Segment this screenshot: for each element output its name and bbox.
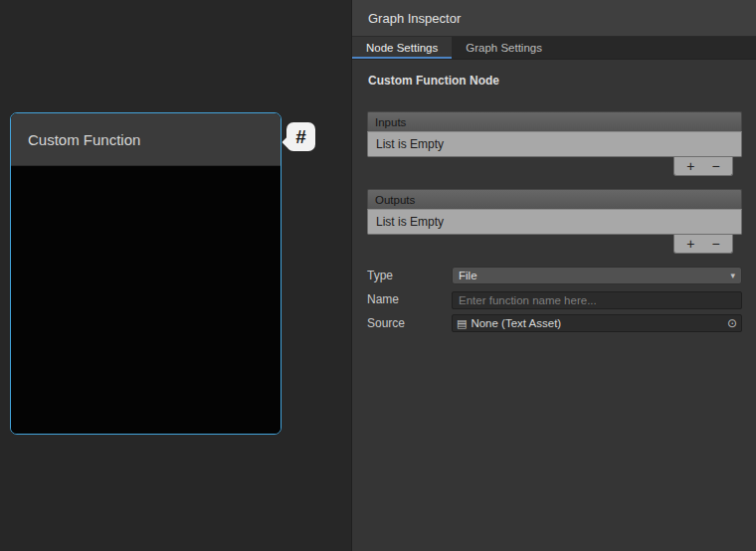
hash-badge-icon[interactable]: #: [286, 122, 315, 151]
graph-inspector-panel: Graph Inspector Node Settings Graph Sett…: [351, 0, 756, 551]
outputs-list-header-label: Outputs: [375, 194, 415, 206]
outputs-add-button[interactable]: +: [681, 237, 699, 251]
inputs-list: Inputs List is Empty + −: [367, 111, 742, 176]
node-preview-body: [11, 166, 281, 434]
inspector-tab-bar: Node Settings Graph Settings: [352, 37, 756, 60]
inputs-list-header: Inputs: [367, 111, 742, 131]
inputs-add-button[interactable]: +: [681, 159, 699, 173]
outputs-list-empty-label: List is Empty: [376, 215, 444, 229]
inspector-title: Graph Inspector: [368, 11, 461, 26]
section-title: Custom Function Node: [368, 74, 742, 88]
outputs-remove-button[interactable]: −: [707, 237, 725, 251]
inspector-header[interactable]: Graph Inspector: [352, 0, 756, 37]
outputs-list-footer: + −: [367, 235, 742, 254]
type-label: Type: [367, 269, 452, 282]
node-header[interactable]: Custom Function: [11, 113, 281, 166]
graph-canvas[interactable]: Custom Function #: [0, 0, 351, 551]
source-row: Source ▤ None (Text Asset) ⊙: [367, 314, 742, 332]
inputs-list-footer: + −: [367, 157, 742, 176]
type-dropdown-value: File: [459, 270, 477, 281]
type-dropdown[interactable]: File ▾: [452, 267, 742, 284]
chevron-down-icon: ▾: [730, 271, 735, 280]
source-object-value: None (Text Asset): [471, 317, 723, 329]
tab-node-settings[interactable]: Node Settings: [352, 37, 452, 59]
node-settings-form: Type File ▾ Name Source ▤ None (Text Ass…: [367, 267, 742, 332]
inputs-list-header-label: Inputs: [375, 116, 406, 128]
name-label: Name: [367, 292, 452, 306]
custom-function-node[interactable]: Custom Function: [10, 112, 282, 435]
object-picker-icon[interactable]: ⊙: [723, 315, 741, 331]
inputs-list-empty-row: List is Empty: [367, 131, 742, 157]
type-row: Type File ▾: [367, 267, 742, 284]
inspector-content: Custom Function Node Inputs List is Empt…: [352, 60, 756, 551]
node-title: Custom Function: [28, 131, 140, 148]
tab-node-settings-label: Node Settings: [366, 42, 438, 54]
inputs-remove-button[interactable]: −: [707, 159, 725, 173]
inputs-list-empty-label: List is Empty: [376, 137, 444, 151]
outputs-list-footer-bar: + −: [673, 235, 733, 254]
name-row: Name: [367, 290, 742, 308]
source-object-field[interactable]: ▤ None (Text Asset) ⊙: [452, 314, 742, 332]
inputs-list-footer-bar: + −: [673, 157, 733, 176]
name-field-wrap: [452, 290, 742, 308]
function-name-input[interactable]: [452, 291, 742, 309]
hash-badge-glyph: #: [295, 126, 306, 148]
tab-graph-settings[interactable]: Graph Settings: [452, 37, 556, 59]
tab-graph-settings-label: Graph Settings: [466, 42, 542, 54]
outputs-list: Outputs List is Empty + −: [367, 189, 742, 254]
source-label: Source: [367, 316, 452, 330]
outputs-list-header: Outputs: [367, 189, 742, 209]
text-asset-icon: ▤: [457, 317, 467, 330]
outputs-list-empty-row: List is Empty: [367, 209, 742, 235]
